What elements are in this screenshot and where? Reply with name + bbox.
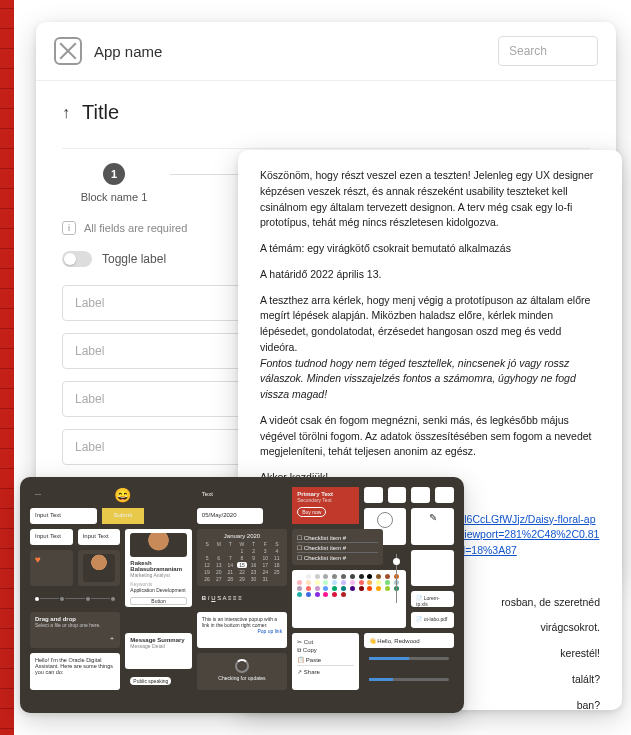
context-menu[interactable]: ✂ Cut ⧉ Copy 📋 Paste ↗ Share: [292, 633, 359, 690]
emoji-icon: 😄: [102, 487, 145, 503]
input-field[interactable]: Input Text: [78, 529, 121, 545]
hello-chip[interactable]: 👋 Hello, Redwood: [364, 633, 454, 649]
chip[interactable]: Public speaking: [130, 677, 171, 685]
app-name: App name: [94, 43, 162, 60]
doc-paragraph: A határidő 2022 április 13.: [260, 267, 600, 283]
app-logo-placeholder-icon: [54, 37, 82, 65]
page-title: Title: [82, 101, 119, 124]
checklist[interactable]: ☐ Checklist item # ☐ Checklist item # ☐ …: [292, 529, 382, 566]
file-chip[interactable]: 📄 ut-labo.pdf: [411, 612, 454, 628]
primary-card[interactable]: Primary Text Secondary Text Buy now: [292, 487, 359, 524]
fav-card[interactable]: ♥: [30, 550, 73, 587]
step-dot: 1: [103, 163, 125, 185]
submit-button[interactable]: Submit: [102, 508, 145, 524]
required-text: All fields are required: [84, 222, 187, 234]
text-field-1[interactable]: Label: [62, 285, 262, 321]
doc-paragraph: A videót csak én fogom megnézni, senki m…: [260, 413, 600, 460]
app-header: App name Search: [36, 22, 616, 81]
file-chip[interactable]: 📄 Lorem-ip.xls: [411, 591, 454, 607]
toolbar-icon[interactable]: [411, 487, 430, 503]
popup-link[interactable]: Pop up link: [202, 628, 282, 634]
edit-icon[interactable]: ✎: [411, 508, 454, 545]
up-arrow-icon[interactable]: ↑: [62, 104, 70, 122]
date-input[interactable]: 05/May/2020: [197, 508, 264, 524]
toolbar-icon[interactable]: [364, 487, 383, 503]
message-summary[interactable]: Message Summary Message Detail: [125, 633, 192, 670]
title-row: ↑ Title: [62, 101, 590, 124]
assistant-bubble: Hello! I'm the Oracle Digital Assistant.…: [30, 653, 120, 690]
profile-card[interactable]: Rakesh Balasubramaniam Marketing Analyst…: [125, 529, 192, 607]
buy-button[interactable]: Buy now: [297, 507, 326, 517]
search-input[interactable]: Search: [498, 36, 598, 66]
color-palette[interactable]: [292, 570, 406, 627]
decorative-edge: [0, 0, 14, 735]
text-field-4[interactable]: Label: [62, 429, 262, 465]
toolbar-icon[interactable]: [388, 487, 407, 503]
text-field-3[interactable]: Label: [62, 381, 262, 417]
text-field-2[interactable]: Label: [62, 333, 262, 369]
loading-panel: Checking for updates: [197, 653, 287, 690]
button[interactable]: Button: [130, 597, 187, 605]
drag-drop-area[interactable]: Drag and drop Select a file or drop one …: [30, 612, 120, 649]
info-icon: i: [62, 221, 76, 235]
step-1[interactable]: 1 Block name 1: [62, 163, 166, 203]
format-toolbar[interactable]: B I U S A ≡ ≡ ≡: [197, 591, 287, 607]
chip-row: Public speaking: [125, 674, 192, 690]
progress-bar: [364, 653, 454, 669]
square-icon-button[interactable]: [411, 550, 454, 587]
toggle-label: Toggle label: [102, 252, 166, 266]
mini-stepper: [30, 591, 120, 607]
toggle-switch[interactable]: [62, 251, 92, 267]
input-field[interactable]: Input Text: [30, 529, 73, 545]
toolbar-icon[interactable]: [435, 487, 454, 503]
avatar-card[interactable]: [78, 550, 121, 587]
kit-label: —: [30, 487, 97, 503]
step-label: Block name 1: [81, 191, 148, 203]
input-field[interactable]: Input Text: [30, 508, 97, 524]
hint-text: [292, 695, 359, 703]
calendar[interactable]: January 2020 SMTWTFS 1234 567891011 1213…: [197, 529, 287, 586]
doc-paragraph: Köszönöm, hogy részt veszel ezen a teszt…: [260, 168, 600, 231]
progress-bar: [364, 674, 454, 690]
doc-paragraph: A témám: egy virágkötő csokrait bemutató…: [260, 241, 600, 257]
popup-tooltip: This is an interactive popup with a link…: [197, 612, 287, 649]
ui-kit-card: — 😄 Text Input Text Submit 05/May/2020 P…: [20, 477, 464, 713]
doc-paragraph: A teszthez arra kérlek, hogy menj végig …: [260, 293, 600, 403]
text-header: Text: [197, 487, 264, 503]
